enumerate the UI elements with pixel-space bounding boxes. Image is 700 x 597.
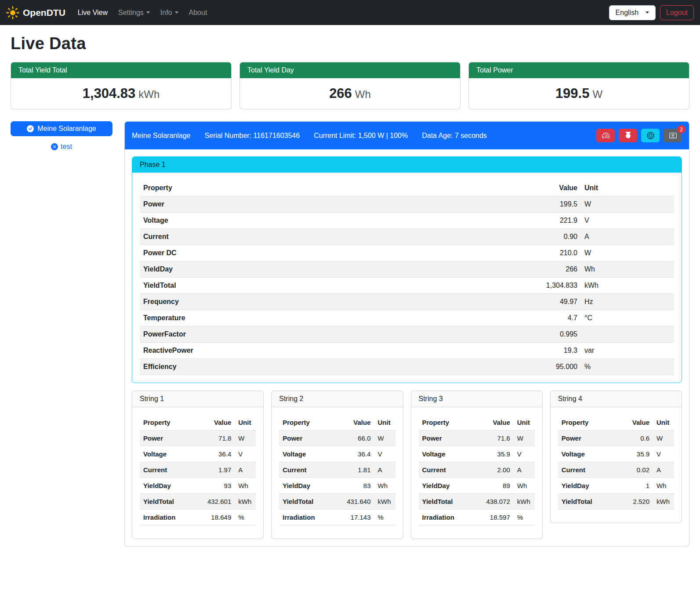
- phase-card-body: Property Value Unit Power199.5WVoltage22…: [132, 173, 682, 383]
- string-table: Property Value Unit Power71.6WVoltage35.…: [419, 415, 535, 525]
- unit-cell: V: [374, 446, 395, 462]
- column-header-value: Value: [525, 180, 581, 196]
- language-select[interactable]: English: [609, 5, 656, 20]
- phase-table: Property Value Unit Power199.5WVoltage22…: [140, 180, 674, 375]
- value-cell: 0.02: [621, 462, 653, 478]
- value-cell: 1,304.833: [525, 278, 581, 294]
- value-cell: 431.640: [343, 494, 374, 510]
- property-cell: YieldTotal: [419, 494, 482, 510]
- card-body: 199.5W: [469, 78, 689, 109]
- nav-item-about[interactable]: About: [185, 5, 212, 20]
- column-header-property: Property: [140, 415, 203, 431]
- table-header-row: Property Value Unit: [279, 415, 395, 431]
- table-row: Current2.00A: [419, 462, 535, 478]
- table-row: YieldTotal1,304.833kWh: [140, 278, 674, 294]
- brand[interactable]: OpenDTU: [6, 6, 65, 19]
- property-cell: YieldDay: [279, 478, 342, 494]
- table-header-row: Property Value Unit: [140, 180, 674, 196]
- sidebar-item-inverter[interactable]: Meine Solaranlage: [11, 121, 112, 136]
- table-row: Voltage35.9V: [419, 446, 535, 462]
- unit-cell: Wh: [581, 261, 674, 278]
- property-cell: Temperature: [140, 310, 525, 326]
- value-cell: 266: [525, 261, 581, 278]
- property-cell: Current: [140, 229, 525, 245]
- cpu-icon: [647, 132, 654, 139]
- unit-cell: A: [581, 229, 674, 245]
- nav-item-info[interactable]: Info: [156, 5, 183, 20]
- table-row: Temperature4.7°C: [140, 310, 674, 326]
- language-value: English: [616, 9, 638, 17]
- string-card-title: String 2: [272, 391, 403, 407]
- table-row: Voltage35.9V: [558, 446, 674, 462]
- inverter-limit: Current Limit: 1,500 W | 100%: [314, 132, 408, 140]
- unit-cell: V: [235, 446, 256, 462]
- table-body: Power71.8WVoltage36.4VCurrent1.97AYieldD…: [140, 431, 256, 525]
- column-header-unit: Unit: [235, 415, 256, 431]
- value-cell: 438.072: [482, 494, 514, 510]
- device-info-button[interactable]: [641, 129, 660, 142]
- unit-cell: var: [581, 343, 674, 359]
- sidebar-item-test[interactable]: test: [11, 143, 112, 151]
- property-cell: Efficiency: [140, 359, 525, 375]
- table-row: Irradiation18.597%: [419, 510, 535, 525]
- table-row: YieldTotal2.520kWh: [558, 494, 674, 510]
- x-circle-icon[interactable]: [51, 143, 58, 150]
- nav-item-live-view[interactable]: Live View: [73, 5, 112, 20]
- property-cell: Current: [558, 462, 621, 478]
- value-cell: 0.995: [525, 326, 581, 343]
- property-cell: Voltage: [279, 446, 342, 462]
- unit-cell: A: [653, 462, 674, 478]
- string-4-card: String 4 Property Value Unit: [550, 391, 682, 523]
- logout-button[interactable]: Logout: [660, 5, 694, 20]
- string-card-body: Property Value Unit Power0.6WVoltage35.9…: [551, 407, 682, 523]
- column-header-unit: Unit: [514, 415, 535, 431]
- string-card-title: String 1: [132, 391, 263, 407]
- value-cell: 221.9: [525, 213, 581, 229]
- property-cell: Power: [419, 431, 482, 446]
- value-cell: 83: [343, 478, 374, 494]
- property-cell: YieldTotal: [279, 494, 342, 510]
- power-button[interactable]: [619, 129, 637, 142]
- property-cell: Voltage: [140, 446, 203, 462]
- inverter-toolbar: 2: [596, 129, 682, 142]
- total-power-unit: W: [592, 88, 602, 100]
- table-body: Power66.0WVoltage36.4VCurrent1.81AYieldD…: [279, 431, 395, 525]
- value-cell: 18.649: [203, 510, 235, 525]
- nav-item-label: Info: [160, 9, 172, 17]
- phase-card-title: Phase 1: [132, 157, 682, 173]
- value-cell: 2.00: [482, 462, 514, 478]
- string-card-title: String 4: [551, 391, 682, 407]
- property-cell: YieldDay: [140, 261, 525, 278]
- column-header-unit: Unit: [581, 180, 674, 196]
- unit-cell: [581, 326, 674, 343]
- value-cell: 49.97: [525, 294, 581, 310]
- event-log-button[interactable]: 2: [664, 129, 682, 142]
- value-cell: 199.5: [525, 196, 581, 213]
- unit-cell: W: [581, 245, 674, 261]
- phase-card: Phase 1 Property Value Unit Power199.5WV…: [132, 156, 682, 383]
- value-cell: 95.000: [525, 359, 581, 375]
- property-cell: Power: [140, 196, 525, 213]
- property-cell: Power: [558, 431, 621, 446]
- power-icon: [624, 132, 632, 139]
- page-content: Live Data Total Yield Total 1,304.83kWh …: [0, 34, 700, 557]
- brand-label: OpenDTU: [23, 7, 65, 18]
- string-2-card: String 2 Property Value Unit: [271, 391, 403, 539]
- nav-item-settings[interactable]: Settings: [114, 5, 154, 20]
- limit-settings-button[interactable]: [596, 129, 615, 142]
- inverter-data-age: Data Age: 7 seconds: [422, 132, 487, 140]
- unit-cell: kWh: [235, 494, 256, 510]
- total-power-card: Total Power 199.5W: [468, 62, 689, 109]
- value-cell: 210.0: [525, 245, 581, 261]
- value-cell: 1.97: [203, 462, 235, 478]
- column-header-unit: Unit: [653, 415, 674, 431]
- value-cell: 1.81: [343, 462, 374, 478]
- unit-cell: %: [581, 359, 674, 375]
- property-cell: Power DC: [140, 245, 525, 261]
- nav-item-label: Live View: [78, 9, 108, 17]
- summary-cards: Total Yield Total 1,304.83kWh Total Yiel…: [11, 62, 689, 109]
- value-cell: 71.8: [203, 431, 235, 446]
- string-table: Property Value Unit Power66.0WVoltage36.…: [279, 415, 395, 525]
- unit-cell: Hz: [581, 294, 674, 310]
- inverter-name: Meine Solaranlage: [132, 132, 190, 140]
